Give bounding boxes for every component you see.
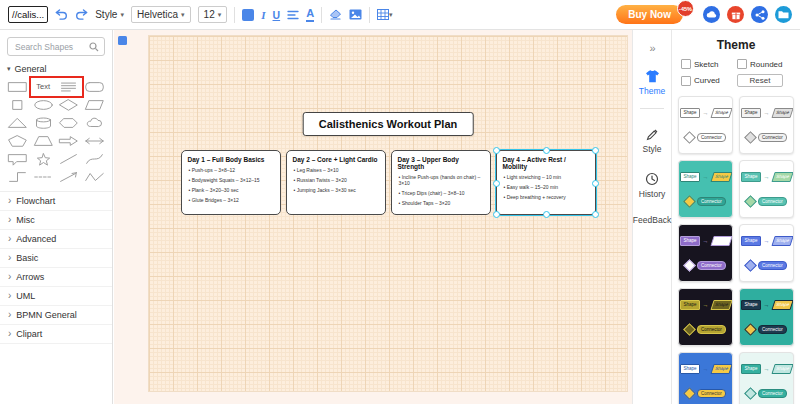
shape-cloud[interactable]	[83, 115, 106, 130]
sidebar-item-flowchart[interactable]: ›Flowchart	[0, 192, 112, 211]
tab-style[interactable]: Style	[643, 129, 662, 154]
search-input[interactable]	[13, 41, 86, 53]
shape-pentagon[interactable]	[6, 133, 29, 148]
sidebar-item-basic[interactable]: ›Basic	[0, 249, 112, 268]
font-color-icon[interactable]: A	[306, 8, 314, 22]
theme-options: Sketch Rounded Curved Reset	[672, 59, 800, 96]
card-item: • Incline Push-ups (hands on chair) – 3×…	[399, 174, 486, 187]
theme-option-2[interactable]: Shape→ShapeConnector	[739, 96, 794, 154]
page-indicator-icon[interactable]	[118, 36, 127, 45]
shape-hexagon[interactable]	[58, 115, 81, 130]
italic-icon[interactable]: I	[261, 9, 265, 21]
preview-shape: Shape	[680, 172, 699, 182]
workout-card-day1[interactable]: Day 1 – Full Body Basics• Push-ups – 3×8…	[181, 150, 281, 215]
theme-option-5[interactable]: Shape→ShapeConnector	[678, 224, 733, 282]
sidebar-item-bpmn-general[interactable]: ›BPMN General	[0, 306, 112, 325]
gift-icon[interactable]	[727, 6, 744, 23]
shape-text[interactable]: Text	[32, 79, 55, 94]
shape-ellipse[interactable]	[32, 97, 55, 112]
workout-card-day3[interactable]: Day 3 – Upper Body Strength• Incline Pus…	[391, 150, 491, 215]
theme-option-10[interactable]: Shape→ShapeConnector	[739, 352, 794, 404]
preview-connector: Connector	[758, 261, 787, 270]
theme-option-6[interactable]: Shape→ShapeConnector	[739, 224, 794, 282]
shape-double-arrow[interactable]	[83, 133, 106, 148]
share-icon[interactable]	[751, 6, 768, 23]
shape-arrow-right[interactable]	[58, 133, 81, 148]
tab-theme[interactable]: Theme	[639, 70, 665, 96]
card-item: • Bodyweight Squats – 3×12–15	[189, 177, 276, 184]
canvas-area[interactable]: Calisthenics Workout Plan Day 1 – Full B…	[114, 30, 632, 404]
shape-search-box[interactable]	[7, 37, 105, 56]
font-size-dropdown[interactable]: 12 ▾	[198, 6, 228, 23]
workout-card-day4[interactable]: Day 4 – Active Rest / Mobility• Light st…	[496, 150, 596, 215]
preview-diamond	[683, 195, 696, 208]
curved-checkbox[interactable]: Curved	[681, 76, 735, 86]
selection-handle[interactable]	[493, 180, 500, 187]
diagram-title-shape[interactable]: Calisthenics Workout Plan	[303, 112, 474, 136]
fill-color-icon[interactable]	[242, 9, 254, 21]
shape-dashed-line[interactable]	[32, 169, 55, 184]
theme-option-8[interactable]: Shape→ShapeConnector	[739, 288, 794, 346]
format-painter-icon[interactable]	[329, 9, 342, 20]
rounded-checkbox[interactable]: Rounded	[737, 59, 791, 69]
card-title: Day 1 – Full Body Basics	[188, 156, 276, 163]
theme-option-4[interactable]: Shape→ShapeConnector	[739, 160, 794, 218]
image-icon[interactable]	[349, 9, 362, 20]
redo-icon[interactable]	[75, 9, 88, 21]
theme-option-9[interactable]: Shape→ShapeConnector	[678, 352, 733, 404]
preview-shape-parallelogram: Shape	[771, 364, 793, 374]
shape-cylinder[interactable]	[32, 115, 55, 130]
workout-card-day2[interactable]: Day 2 – Core + Light Cardio• Leg Raises …	[286, 150, 386, 215]
underline-icon[interactable]: U	[273, 9, 281, 21]
tab-feedback[interactable]: FeedBack	[633, 215, 671, 225]
shape-rounded-rectangle[interactable]	[83, 79, 106, 94]
shape-callout[interactable]	[6, 151, 29, 166]
sidebar-item-advanced[interactable]: ›Advanced	[0, 230, 112, 249]
style-dropdown[interactable]: Style ▾	[95, 9, 124, 20]
collapse-panel-icon[interactable]: »	[649, 42, 654, 54]
document-title[interactable]: //calis...	[8, 6, 48, 23]
preview-arrow-icon: →	[764, 238, 770, 244]
table-icon[interactable]: ▾	[377, 9, 393, 20]
sidebar-item-misc[interactable]: ›Misc	[0, 211, 112, 230]
theme-option-3[interactable]: Shape→ShapeConnector	[678, 160, 733, 218]
font-family-dropdown[interactable]: Helvetica ▾	[131, 6, 191, 23]
theme-option-7[interactable]: Shape→ShapeConnector	[678, 288, 733, 346]
reset-button[interactable]: Reset	[737, 74, 783, 87]
shape-elbow[interactable]	[6, 169, 29, 184]
selection-handle[interactable]	[592, 211, 599, 218]
shape-line[interactable]	[58, 151, 81, 166]
undo-icon[interactable]	[55, 9, 68, 21]
selection-handle[interactable]	[493, 211, 500, 218]
discount-badge: -45%	[677, 0, 694, 17]
shape-grid: Text	[6, 79, 106, 184]
shape-parallelogram[interactable]	[83, 97, 106, 112]
shape-square[interactable]	[6, 97, 29, 112]
sidebar-item-uml[interactable]: ›UML	[0, 287, 112, 306]
shape-diamond[interactable]	[58, 97, 81, 112]
shape-rectangle[interactable]	[6, 79, 29, 94]
align-icon[interactable]	[287, 10, 299, 20]
shape-trapezoid[interactable]	[32, 133, 55, 148]
sidebar-item-label: UML	[16, 291, 35, 301]
shape-triangle[interactable]	[6, 115, 29, 130]
cloud-sync-icon[interactable]	[703, 6, 720, 23]
shape-curve[interactable]	[83, 151, 106, 166]
shape-arrow-line[interactable]	[58, 169, 81, 184]
folder-icon[interactable]	[775, 6, 792, 23]
selection-handle[interactable]	[592, 147, 599, 154]
buy-now-button[interactable]: Buy Now -45%	[616, 5, 683, 24]
sidebar-section-general[interactable]: ▾ General	[0, 61, 112, 76]
selection-handle[interactable]	[493, 147, 500, 154]
selection-handle[interactable]	[592, 180, 599, 187]
sketch-checkbox[interactable]: Sketch	[681, 59, 735, 69]
theme-option-1[interactable]: Shape→ShapeConnector	[678, 96, 733, 154]
sidebar-item-arrows[interactable]: ›Arrows	[0, 268, 112, 287]
shape-star[interactable]	[32, 151, 55, 166]
shape-note[interactable]	[58, 79, 81, 94]
sidebar-item-clipart[interactable]: ›Clipart	[0, 325, 112, 344]
selection-handle[interactable]	[543, 147, 550, 154]
shape-zigzag[interactable]	[83, 169, 106, 184]
tab-history[interactable]: History	[639, 172, 665, 199]
selection-handle[interactable]	[543, 211, 550, 218]
